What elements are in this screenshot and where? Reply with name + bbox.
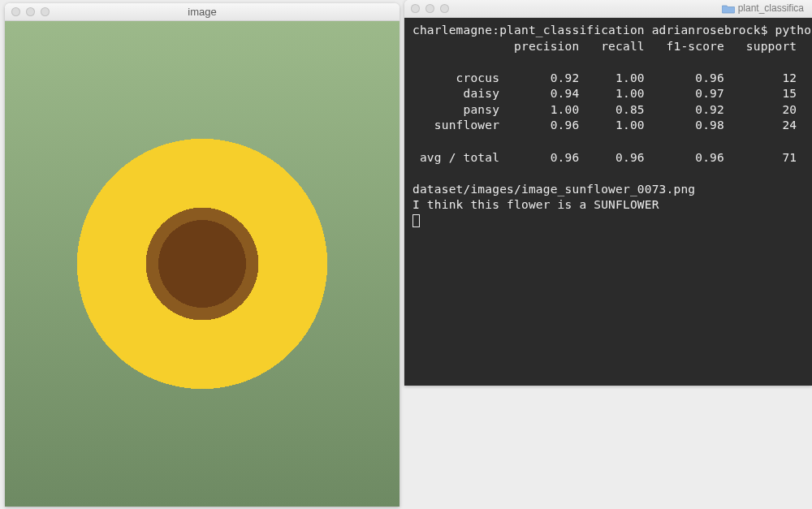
close-icon[interactable]	[411, 4, 420, 13]
terminal-path-line: dataset/images/image_sunflower_0073.png	[412, 182, 804, 198]
terminal-folder-label: plant_classifica	[738, 2, 804, 14]
table-row: daisy 0.94 1.00 0.97 15	[412, 86, 804, 102]
image-window-content	[5, 21, 400, 507]
terminal-content[interactable]: charlemagne:plant_classification adrianr…	[404, 18, 812, 386]
image-window-title: image	[188, 6, 216, 18]
cursor-icon	[412, 214, 420, 227]
terminal-blank	[412, 54, 804, 71]
terminal-blank	[412, 134, 804, 150]
terminal-titlebar-folder: plant_classifica	[722, 2, 804, 14]
image-window: image	[5, 3, 400, 507]
terminal-window: plant_classifica charlemagne:plant_class…	[404, 0, 812, 386]
terminal-result-line: I think this flower is a SUNFLOWER	[412, 197, 804, 214]
terminal-window-titlebar[interactable]: plant_classifica	[404, 0, 812, 18]
table-row: crocus 0.92 1.00 0.96 12	[412, 71, 804, 87]
terminal-prompt-line: charlemagne:plant_classification adrianr…	[412, 23, 804, 39]
terminal-total-line: avg / total 0.96 0.96 0.96 71	[412, 150, 804, 166]
terminal-blank	[412, 166, 804, 182]
sunflower-image	[5, 21, 400, 507]
terminal-header-line: precision recall f1-score support	[412, 39, 804, 55]
image-window-titlebar[interactable]: image	[5, 3, 400, 21]
terminal-cursor-line	[412, 214, 804, 230]
minimize-icon[interactable]	[425, 4, 434, 13]
table-row: pansy 1.00 0.85 0.92 20	[412, 102, 804, 119]
traffic-lights	[11, 7, 50, 16]
traffic-lights	[411, 4, 449, 13]
folder-icon	[722, 3, 735, 14]
close-icon[interactable]	[11, 7, 20, 16]
zoom-icon[interactable]	[440, 4, 449, 13]
zoom-icon[interactable]	[41, 7, 50, 16]
minimize-icon[interactable]	[26, 7, 35, 16]
table-row: sunflower 0.96 1.00 0.98 24	[412, 118, 804, 134]
